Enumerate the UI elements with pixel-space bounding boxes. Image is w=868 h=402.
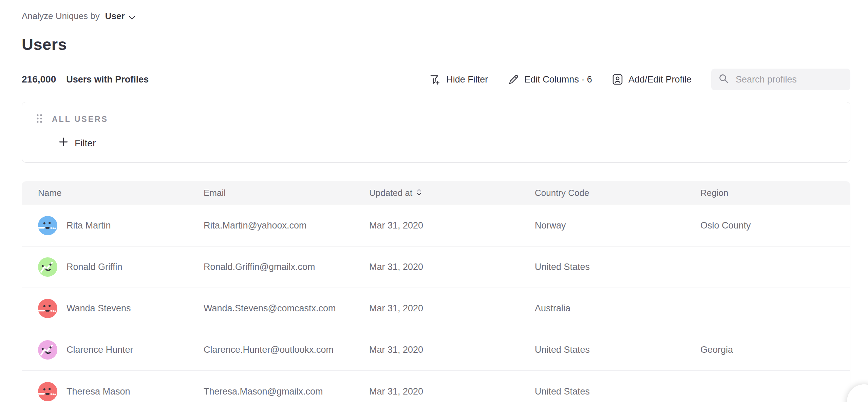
- sort-icon: [416, 188, 422, 198]
- page-title: Users: [22, 35, 850, 54]
- analyze-uniques-label: Analyze Uniques by: [22, 11, 100, 21]
- name-cell: Theresa Mason: [22, 382, 188, 401]
- user-updated-at: Mar 31, 2020: [353, 345, 519, 355]
- user-country-code: Australia: [519, 303, 684, 314]
- table-header-row: NameEmailUpdated atCountry CodeRegion: [22, 181, 850, 205]
- profiles-count: 216,000: [22, 74, 56, 85]
- user-region: Oslo County: [684, 220, 850, 231]
- user-country-code: Norway: [519, 220, 684, 231]
- pencil-icon: [508, 74, 519, 85]
- analyze-uniques-row: Analyze Uniques by User: [22, 0, 850, 22]
- name-cell: Ronald Griffin: [22, 257, 188, 277]
- user-email: Ronald.Griffin@gmailx.com: [188, 262, 353, 272]
- chevron-down-icon[interactable]: [129, 12, 135, 22]
- toolbar: Hide Filter Edit Columns · 6 Add/Edit Pr…: [429, 69, 850, 90]
- user-region: Georgia: [684, 345, 850, 355]
- add-edit-profile-label: Add/Edit Profile: [628, 74, 692, 85]
- edit-columns-button[interactable]: Edit Columns · 6: [508, 74, 592, 85]
- name-cell: Clarence Hunter: [22, 340, 188, 360]
- user-name: Wanda Stevens: [67, 303, 131, 314]
- search-profiles-input[interactable]: [736, 74, 844, 85]
- user-name: Clarence Hunter: [67, 345, 133, 355]
- add-edit-profile-button[interactable]: Add/Edit Profile: [612, 73, 692, 86]
- column-header-name[interactable]: Name: [22, 188, 188, 198]
- user-updated-at: Mar 31, 2020: [353, 386, 519, 397]
- column-header-label: Country Code: [535, 188, 589, 198]
- profile-card-icon: [612, 73, 623, 86]
- user-country-code: United States: [519, 386, 684, 397]
- add-filter-label: Filter: [75, 138, 96, 149]
- all-users-label: ALL USERS: [52, 115, 108, 124]
- user-avatar-icon: [38, 382, 57, 401]
- analyze-uniques-dropdown[interactable]: User: [105, 11, 125, 21]
- table-row[interactable]: Wanda Stevens Wanda.Stevens@comcastx.com…: [22, 288, 850, 329]
- user-name: Rita Martin: [67, 220, 111, 231]
- search-box[interactable]: [711, 69, 850, 90]
- table-row[interactable]: Theresa Mason Theresa.Mason@gmailx.com M…: [22, 371, 850, 402]
- add-filter-button[interactable]: Filter: [58, 137, 96, 149]
- user-name: Theresa Mason: [67, 386, 130, 397]
- plus-icon: [58, 137, 69, 149]
- search-icon: [718, 73, 730, 86]
- column-header-label: Updated at: [369, 188, 412, 198]
- filter-panel: ALL USERS Filter: [22, 102, 850, 163]
- column-header-label: Email: [204, 188, 226, 198]
- column-header-label: Region: [700, 188, 728, 198]
- hide-filter-button[interactable]: Hide Filter: [429, 73, 488, 86]
- user-updated-at: Mar 31, 2020: [353, 220, 519, 231]
- edit-columns-label: Edit Columns · 6: [524, 74, 592, 85]
- column-header-country-code[interactable]: Country Code: [519, 188, 684, 198]
- column-header-updated-at[interactable]: Updated at: [353, 188, 519, 198]
- user-avatar-icon: [38, 340, 57, 360]
- user-updated-at: Mar 31, 2020: [353, 303, 519, 314]
- user-avatar-icon: [38, 299, 57, 318]
- table-row[interactable]: Rita Martin Rita.Martin@yahoox.com Mar 3…: [22, 205, 850, 246]
- user-country-code: United States: [519, 345, 684, 355]
- user-country-code: United States: [519, 262, 684, 272]
- user-email: Clarence.Hunter@outlookx.com: [188, 345, 353, 355]
- user-updated-at: Mar 31, 2020: [353, 262, 519, 272]
- table-row[interactable]: Ronald Griffin Ronald.Griffin@gmailx.com…: [22, 246, 850, 288]
- stats-toolbar-row: 216,000 Users with Profiles Hide Filter …: [22, 69, 850, 90]
- table-body: Rita Martin Rita.Martin@yahoox.com Mar 3…: [22, 205, 850, 402]
- user-email: Theresa.Mason@gmailx.com: [188, 386, 353, 397]
- column-header-region[interactable]: Region: [684, 188, 850, 198]
- column-header-email[interactable]: Email: [188, 188, 353, 198]
- user-name: Ronald Griffin: [67, 262, 122, 272]
- all-users-group: ALL USERS: [36, 113, 850, 125]
- funnel-plus-icon: [429, 73, 441, 86]
- profiles-count-label: Users with Profiles: [66, 74, 149, 85]
- hide-filter-label: Hide Filter: [446, 74, 488, 85]
- user-avatar-icon: [38, 257, 57, 277]
- user-email: Wanda.Stevens@comcastx.com: [188, 303, 353, 314]
- column-header-label: Name: [38, 188, 61, 198]
- name-cell: Rita Martin: [22, 216, 188, 235]
- name-cell: Wanda Stevens: [22, 299, 188, 318]
- user-avatar-icon: [38, 216, 57, 235]
- table-row[interactable]: Clarence Hunter Clarence.Hunter@outlookx…: [22, 329, 850, 371]
- users-page: Analyze Uniques by User Users 216,000 Us…: [0, 0, 868, 402]
- user-email: Rita.Martin@yahoox.com: [188, 220, 353, 231]
- drag-handle-icon[interactable]: [36, 113, 43, 125]
- users-table: NameEmailUpdated atCountry CodeRegion Ri…: [22, 181, 850, 402]
